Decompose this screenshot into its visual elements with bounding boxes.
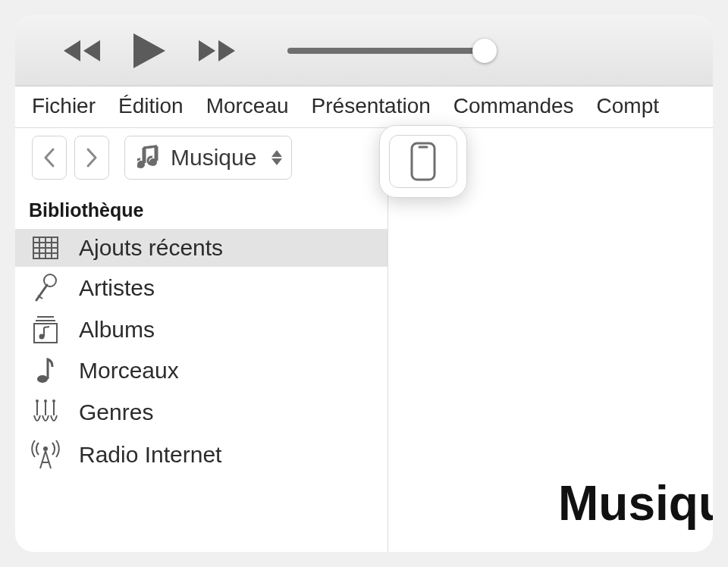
- svg-marker-2: [133, 33, 165, 68]
- media-category-select[interactable]: Musique: [124, 136, 292, 180]
- svg-marker-0: [64, 40, 80, 61]
- menu-account[interactable]: Compt: [597, 94, 659, 118]
- antenna-icon: [29, 440, 62, 470]
- playback-controls: [61, 32, 238, 70]
- menu-controls[interactable]: Commandes: [453, 94, 574, 118]
- nav-bar: Musique: [15, 128, 713, 187]
- sidebar-item-label: Albums: [79, 317, 155, 343]
- guitar-icon: [29, 397, 62, 428]
- rewind-icon: [61, 37, 103, 64]
- svg-line-9: [145, 146, 157, 148]
- svg-line-39: [46, 451, 51, 468]
- play-button[interactable]: [132, 32, 167, 70]
- main-pane: Musiqu: [388, 187, 713, 552]
- next-button[interactable]: [196, 37, 238, 64]
- media-category-label: Musique: [171, 145, 256, 171]
- previous-button[interactable]: [61, 37, 103, 64]
- svg-marker-10: [271, 150, 282, 157]
- forward-button[interactable]: [74, 136, 109, 180]
- sidebar: Bibliothèque Ajouts récents: [15, 187, 388, 552]
- volume-slider[interactable]: [287, 48, 485, 54]
- sidebar-item-radio[interactable]: Radio Internet: [15, 434, 388, 476]
- svg-marker-11: [271, 158, 282, 165]
- sidebar-item-songs[interactable]: Morceaux: [15, 350, 388, 391]
- sidebar-item-label: Genres: [79, 399, 153, 425]
- back-button[interactable]: [32, 136, 67, 180]
- grid-icon: [29, 236, 62, 260]
- sidebar-item-albums[interactable]: Albums: [15, 309, 388, 350]
- svg-point-34: [36, 399, 39, 403]
- svg-line-38: [40, 451, 46, 468]
- sidebar-item-label: Morceaux: [79, 358, 179, 384]
- menu-file[interactable]: Fichier: [32, 94, 96, 118]
- svg-marker-1: [83, 40, 100, 61]
- note-icon: [29, 356, 62, 385]
- svg-point-21: [44, 274, 56, 287]
- sidebar-heading: Bibliothèque: [15, 193, 388, 229]
- sidebar-item-label: Radio Internet: [79, 442, 221, 468]
- svg-point-36: [52, 399, 55, 403]
- chevron-left-icon: [42, 147, 56, 168]
- playback-toolbar: [15, 15, 713, 86]
- svg-line-29: [44, 327, 49, 327]
- updown-icon: [271, 150, 282, 165]
- sidebar-item-recently-added[interactable]: Ajouts récents: [15, 229, 388, 267]
- svg-marker-3: [199, 40, 215, 61]
- play-icon: [132, 32, 167, 70]
- fast-forward-icon: [196, 37, 238, 64]
- svg-point-30: [37, 375, 48, 383]
- sidebar-item-genres[interactable]: Genres: [15, 391, 388, 434]
- sidebar-item-label: Artistes: [79, 275, 155, 301]
- chevron-right-icon: [85, 147, 99, 168]
- menu-song[interactable]: Morceau: [206, 94, 289, 118]
- sidebar-item-artists[interactable]: Artistes: [15, 267, 388, 309]
- page-title: Musiqu: [558, 475, 713, 531]
- phone-icon: [410, 142, 436, 181]
- sidebar-item-label: Ajouts récents: [79, 235, 223, 261]
- content-area: Bibliothèque Ajouts récents: [15, 187, 713, 552]
- slider-thumb[interactable]: [472, 39, 497, 63]
- svg-rect-12: [412, 143, 435, 180]
- svg-point-35: [44, 399, 47, 403]
- menu-edit[interactable]: Édition: [118, 94, 184, 118]
- svg-point-37: [43, 446, 48, 451]
- microphone-icon: [29, 273, 62, 303]
- app-window: Fichier Édition Morceau Présentation Com…: [15, 15, 713, 552]
- music-note-icon: [137, 145, 158, 171]
- menu-view[interactable]: Présentation: [312, 94, 431, 118]
- svg-marker-4: [218, 40, 235, 61]
- menu-bar: Fichier Édition Morceau Présentation Com…: [15, 86, 713, 128]
- album-icon: [29, 315, 62, 344]
